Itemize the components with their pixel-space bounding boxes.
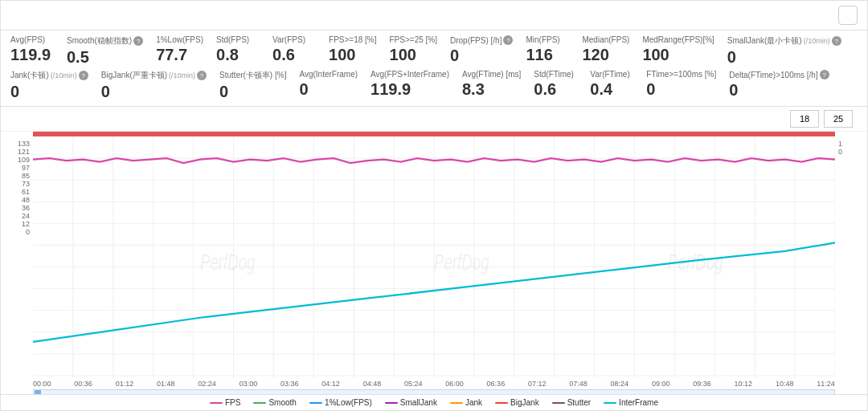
legend-color bbox=[385, 402, 398, 404]
x-tick: 06:00 bbox=[445, 380, 464, 388]
chart-label-bar bbox=[33, 132, 835, 136]
svg-text:PerfDog: PerfDog bbox=[434, 250, 489, 274]
metric-value: 0.6 bbox=[534, 80, 577, 99]
legend-item: Smooth bbox=[253, 398, 296, 407]
x-axis: 00:0000:3601:1201:4802:2403:0003:3604:12… bbox=[1, 378, 867, 389]
legend-label: Jank bbox=[465, 398, 482, 407]
metric-label: Var(FPS) bbox=[272, 35, 316, 44]
legend-item: 1%Low(FPS) bbox=[309, 398, 372, 407]
help-icon[interactable]: ? bbox=[820, 70, 829, 79]
metric-label: Drop(FPS) [/h] ? bbox=[450, 35, 513, 45]
y-tick: 73 bbox=[22, 180, 30, 188]
metric-label: MedRange(FPS)[%] bbox=[642, 35, 714, 44]
x-tick: 07:12 bbox=[528, 380, 547, 388]
y-tick: 109 bbox=[18, 156, 30, 164]
fps-filter bbox=[785, 110, 858, 128]
metric-value: 0 bbox=[646, 80, 716, 99]
scrollbar[interactable] bbox=[33, 389, 835, 394]
metric-item-3: Std(FPS) 0.8 bbox=[216, 35, 272, 64]
metric-item-6: FPS>=25 [%] 100 bbox=[390, 35, 450, 64]
y-axis-left: 13312110997857361483624120 bbox=[1, 136, 33, 239]
metric-label: BigJank(严重卡顿)(/10min) ? bbox=[101, 70, 207, 81]
legend-color bbox=[210, 402, 223, 404]
main-container: Avg(FPS) 119.9 Smooth(稳帧指数) ? 0.5 1%Low(… bbox=[0, 0, 868, 411]
metric-label: Smooth(稳帧指数) ? bbox=[67, 35, 143, 47]
legend-color bbox=[604, 402, 616, 404]
x-tick: 03:36 bbox=[280, 380, 299, 388]
header bbox=[1, 1, 867, 31]
metric-item-r2-0: Jank(卡顿)(/10min) ? 0 bbox=[10, 70, 101, 101]
fps-input-2[interactable] bbox=[824, 110, 853, 128]
metric-item-7: Drop(FPS) [/h] ? 0 bbox=[450, 35, 526, 65]
metric-label: Avg(FPS) bbox=[10, 35, 54, 44]
x-tick: 08:24 bbox=[611, 380, 629, 388]
metric-label: FPS>=18 [%] bbox=[329, 35, 376, 44]
metric-item-r2-4: Avg(FPS+InterFrame) 119.9 bbox=[371, 70, 462, 99]
metric-label: Avg(InterFrame) bbox=[299, 70, 358, 79]
metric-item-8: Min(FPS) 116 bbox=[526, 35, 582, 64]
legend-label: 1%Low(FPS) bbox=[325, 398, 372, 407]
metric-item-5: FPS>=18 [%] 100 bbox=[329, 35, 389, 64]
legend-label: SmallJank bbox=[400, 398, 437, 407]
legend-label: FPS bbox=[225, 398, 240, 407]
metrics-section: Avg(FPS) 119.9 Smooth(稳帧指数) ? 0.5 1%Low(… bbox=[1, 31, 867, 107]
metric-item-r2-1: BigJank(严重卡顿)(/10min) ? 0 bbox=[101, 70, 219, 101]
chart-svg: PerfDog PerfDog PerfDog bbox=[33, 136, 835, 378]
metric-label: Stutter(卡顿率) [%] bbox=[219, 70, 286, 81]
help-icon[interactable]: ? bbox=[133, 36, 143, 46]
chart-area: 13312110997857361483624120 bbox=[1, 132, 867, 394]
metric-item-10: MedRange(FPS)[%] 100 bbox=[642, 35, 727, 64]
metric-label: Median(FPS) bbox=[582, 35, 629, 44]
metric-value: 100 bbox=[390, 46, 437, 64]
scrollbar-thumb[interactable] bbox=[35, 390, 41, 394]
y-tick: 133 bbox=[18, 140, 30, 148]
y-tick: 48 bbox=[22, 196, 30, 204]
metric-item-r2-6: Std(FTime) 0.6 bbox=[534, 70, 590, 99]
x-tick: 06:36 bbox=[487, 380, 506, 388]
x-tick: 09:00 bbox=[652, 380, 670, 388]
legend-label: BigJank bbox=[510, 398, 539, 407]
help-icon[interactable]: ? bbox=[832, 36, 841, 46]
metric-label: FPS>=25 [%] bbox=[390, 35, 437, 44]
metrics-row-2: Jank(卡顿)(/10min) ? 0 BigJank(严重卡顿)(/10mi… bbox=[10, 70, 858, 101]
metric-label: SmallJank(最小卡顿)(/10min) ? bbox=[727, 35, 841, 47]
metric-value: 0.6 bbox=[272, 46, 316, 64]
x-tick: 00:36 bbox=[74, 380, 92, 388]
metric-label: Var(FTime) bbox=[590, 70, 633, 79]
y-tick: 121 bbox=[18, 148, 30, 156]
help-icon[interactable]: ? bbox=[79, 71, 88, 80]
fps-input-1[interactable] bbox=[790, 110, 819, 128]
chart-wrapper: 13312110997857361483624120 bbox=[1, 136, 867, 378]
help-icon[interactable]: ? bbox=[503, 35, 513, 45]
y-tick: 12 bbox=[22, 220, 30, 228]
x-tick: 09:36 bbox=[693, 380, 711, 388]
metric-item-r2-3: Avg(InterFrame) 0 bbox=[299, 70, 371, 99]
x-tick: 04:48 bbox=[363, 380, 382, 388]
metric-value: 0 bbox=[101, 83, 207, 101]
metric-item-11: SmallJank(最小卡顿)(/10min) ? 0 bbox=[727, 35, 854, 67]
metrics-row-1: Avg(FPS) 119.9 Smooth(稳帧指数) ? 0.5 1%Low(… bbox=[10, 35, 858, 67]
svg-text:PerfDog: PerfDog bbox=[200, 250, 256, 274]
metric-label: Avg(FTime) [ms] bbox=[462, 70, 521, 79]
legend-color bbox=[495, 402, 508, 404]
legend-color bbox=[552, 402, 565, 404]
x-tick: 02:24 bbox=[198, 380, 216, 388]
legend-color bbox=[253, 402, 266, 404]
x-tick: 10:12 bbox=[735, 380, 753, 388]
metric-value: 0 bbox=[10, 83, 88, 101]
legend-item: SmallJank bbox=[385, 398, 437, 407]
x-tick: 01:12 bbox=[116, 380, 134, 388]
metric-label: Std(FPS) bbox=[216, 35, 260, 44]
legend-color bbox=[309, 402, 322, 404]
metric-item-2: 1%Low(FPS) 77.7 bbox=[156, 35, 216, 64]
help-icon[interactable]: ? bbox=[197, 71, 207, 80]
collapse-button[interactable] bbox=[838, 6, 858, 25]
metric-value: 100 bbox=[329, 46, 376, 64]
metric-value: 0.5 bbox=[67, 48, 143, 67]
x-tick: 07:48 bbox=[569, 380, 588, 388]
metric-item-0: Avg(FPS) 119.9 bbox=[10, 35, 67, 64]
metric-value: 119.9 bbox=[10, 46, 54, 64]
x-tick: 00:00 bbox=[33, 380, 51, 388]
y-tick: 85 bbox=[22, 172, 30, 180]
legend: FPS Smooth 1%Low(FPS) SmallJank Jank Big… bbox=[1, 394, 867, 410]
